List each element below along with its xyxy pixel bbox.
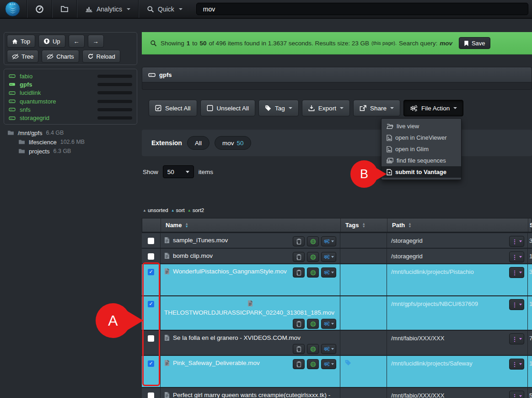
row-menu-button[interactable]: ⋮ — [509, 299, 524, 310]
clipboard-button[interactable] — [293, 267, 305, 278]
export-menu-button[interactable]: Export — [302, 100, 350, 116]
row-menu-button[interactable]: ⋮ — [509, 236, 524, 247]
header-tags-column[interactable]: Tags ▲▼ — [340, 218, 387, 232]
row-checkbox[interactable] — [148, 301, 154, 307]
top-button[interactable]: Top — [7, 35, 35, 48]
gears-dropdown-button[interactable] — [321, 359, 336, 369]
volume-item-storagegrid[interactable]: storagegrid — [9, 114, 132, 122]
header-name-column[interactable]: Name ▲▼ — [161, 218, 340, 232]
reload-button[interactable]: Reload — [82, 50, 120, 63]
file-action-menu-button[interactable]: File Action — [403, 100, 463, 116]
images-icon — [387, 158, 393, 164]
export-icon — [308, 105, 315, 111]
clipboard-button[interactable] — [293, 252, 305, 262]
menu-item-open-cineviewer[interactable]: open in CineViewer — [382, 132, 461, 143]
row-checkbox[interactable] — [148, 335, 154, 342]
globe-button[interactable] — [307, 344, 319, 354]
gears-dropdown-button[interactable] — [321, 319, 336, 329]
volume-usage-bar — [97, 100, 132, 103]
gears-dropdown-button[interactable] — [321, 252, 336, 262]
tag-menu-button[interactable]: Tag — [258, 100, 299, 116]
tags-cell — [340, 264, 387, 295]
row-checkbox[interactable] — [148, 253, 154, 260]
gears-dropdown-button[interactable] — [321, 344, 336, 354]
volume-item-quantumstore[interactable]: quantumstore — [9, 97, 132, 105]
row-menu-button[interactable]: ⋮ — [509, 359, 524, 370]
globe-button[interactable] — [307, 267, 319, 278]
file-name: Se la folla en el granero - XVIDEOS.COM.… — [173, 334, 336, 341]
search-input[interactable] — [196, 3, 528, 15]
sort-link-unsorted[interactable]: ▲unsorted — [143, 207, 168, 213]
forward-button[interactable]: → — [88, 35, 104, 48]
file-icon — [164, 268, 170, 275]
row-menu-button[interactable]: ⋮ — [509, 267, 524, 278]
row-checkbox[interactable] — [148, 269, 154, 275]
menu-item-live-view[interactable]: live view — [382, 120, 461, 132]
extension-all-pill[interactable]: All — [187, 136, 210, 150]
row-checkbox[interactable] — [148, 360, 154, 367]
folder-name: projects — [29, 148, 50, 155]
gears-dropdown-button[interactable] — [321, 267, 336, 278]
clipboard-button[interactable] — [293, 359, 305, 369]
chevron-down-icon — [127, 8, 130, 10]
nav-quick-menu[interactable]: Quick — [139, 0, 190, 18]
clipboard-button[interactable] — [293, 344, 305, 354]
globe-button[interactable] — [307, 319, 319, 329]
volume-panel-header[interactable]: gpfs — [142, 67, 532, 82]
gears-dropdown-button[interactable] — [321, 236, 336, 246]
size-cell: 1 — [527, 249, 532, 263]
hdd-icon — [9, 90, 16, 96]
tag-icon — [344, 359, 351, 366]
unselect-all-button[interactable]: Unselect All — [200, 100, 256, 116]
row-menu-button[interactable]: ⋮ — [509, 333, 524, 344]
globe-button[interactable] — [307, 252, 319, 262]
volume-item-gpfs[interactable]: gpfs — [9, 80, 132, 88]
select-all-button[interactable]: Select All — [149, 100, 197, 116]
chevron-down-icon — [331, 256, 334, 258]
share-menu-button[interactable]: Share — [353, 100, 400, 116]
annotation-balloon-b: B — [350, 160, 378, 188]
table-row: sample_iTunes.mov /storagegrid ⋮ — [142, 232, 532, 248]
page-size-select[interactable]: 50 — [163, 165, 194, 178]
volume-item-fabio[interactable]: fabio — [9, 72, 132, 80]
extension-filter-bar: Extension All mov 50 — [142, 130, 532, 156]
menu-item-submit-vantage[interactable]: submit to Vantage — [382, 166, 461, 178]
folder-item[interactable]: /mnt/gpfs6.4 GB — [4, 128, 137, 137]
extension-mov-pill[interactable]: mov 50 — [215, 136, 252, 150]
clipboard-icon — [296, 238, 301, 245]
charts-toggle-button[interactable]: Charts — [42, 50, 79, 63]
tree-toggle-button[interactable]: Tree — [7, 50, 38, 63]
annotation-letter: B — [350, 160, 378, 188]
volume-item-lucidlink[interactable]: lucidlink — [9, 89, 132, 97]
table-row: THELOSTWORLDJURASSICPARK_02240_313081_18… — [142, 295, 532, 330]
row-checkbox[interactable] — [148, 238, 154, 244]
nav-dashboard-button[interactable] — [27, 0, 52, 18]
save-search-button[interactable]: Save — [459, 37, 490, 49]
volume-item-snfs[interactable]: snfs — [9, 105, 132, 114]
globe-icon — [310, 254, 316, 260]
nav-analytics-menu[interactable]: Analytics — [77, 0, 138, 18]
folder-item[interactable]: lifescience102.6 MB — [4, 137, 137, 147]
nav-browse-button[interactable] — [53, 0, 76, 18]
sort-link-sort[interactable]: ▲sort — [171, 207, 185, 213]
back-button[interactable]: ← — [69, 35, 85, 48]
folder-item[interactable]: projects6.3 GB — [4, 147, 137, 156]
row-menu-button[interactable]: ⋮ — [509, 391, 524, 398]
row-menu-button[interactable]: ⋮ — [509, 251, 524, 262]
clipboard-icon — [296, 361, 301, 367]
clipboard-button[interactable] — [293, 236, 305, 246]
up-button[interactable]: Up — [38, 35, 65, 48]
globe-button[interactable] — [307, 236, 319, 246]
app-logo[interactable]: AJA — [5, 1, 20, 16]
menu-item-open-glim[interactable]: open in Glim — [382, 143, 461, 155]
header-path-column[interactable]: Path ▲▼ — [387, 218, 528, 232]
menu-item-find-sequences[interactable]: find file sequences — [382, 155, 461, 166]
header-size-column[interactable]: S — [528, 218, 532, 232]
globe-button[interactable] — [307, 359, 319, 369]
file-name: Pink_Safeway_Deliverable.mov — [173, 359, 290, 366]
sort-link-sort2[interactable]: ▲sort2 — [188, 207, 204, 213]
table-row: Se la folla en el granero - XVIDEOS.COM.… — [142, 330, 532, 355]
clipboard-button[interactable] — [293, 319, 305, 329]
sort-triangle-icon: ▲ — [143, 208, 146, 213]
row-checkbox[interactable] — [148, 393, 154, 398]
